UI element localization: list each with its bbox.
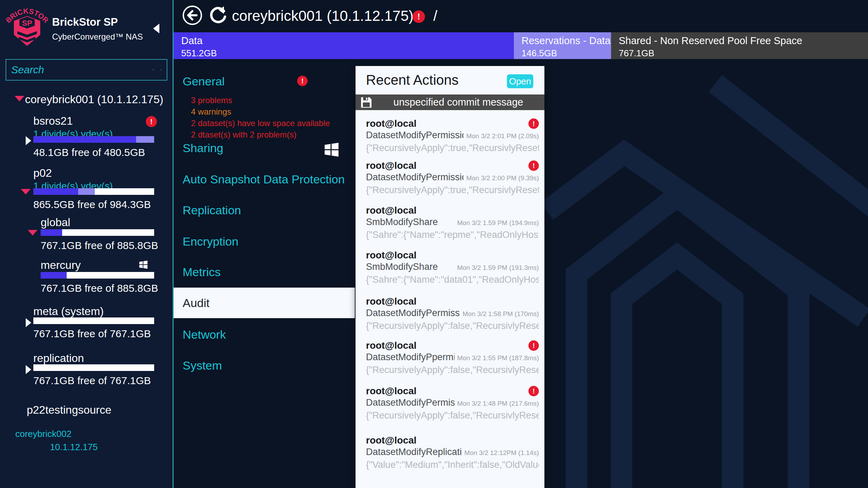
action-payload: {"RecursivelyApply":false,"RecursivlyRes… (366, 364, 539, 376)
nav-item-replication[interactable]: Replication (183, 204, 241, 217)
pool-usage-meter (33, 136, 154, 143)
action-row[interactable]: root@local DatasetModifyReplicationMon 3… (356, 435, 544, 471)
windows-icon (139, 260, 148, 269)
segment-value: 551.2GB (181, 48, 514, 59)
action-timestamp: Mon 3/2 1.59 PM (191.3ms) (457, 262, 539, 274)
pool-usage-meter (33, 188, 154, 195)
back-button[interactable] (181, 4, 203, 26)
search-icon[interactable] (152, 63, 155, 76)
action-error-badge: ! (528, 340, 539, 351)
segment-label: Reservations - Data (521, 35, 611, 47)
action-user: root@local (366, 340, 539, 351)
page-title: coreybrick001 (10.1.12.175) (232, 8, 414, 24)
expand-icon[interactable] (26, 136, 31, 145)
recent-actions-panel: Recent Actions Open unspecified commit m… (356, 66, 544, 488)
segment-value: 146.5GB (521, 48, 611, 59)
expand-icon[interactable] (26, 365, 31, 374)
problem-line: 2 dataset(s) have low space available (191, 117, 330, 129)
action-payload: {"Sahre":{"Name":"data01","ReadOnlyHost"… (366, 274, 539, 286)
action-payload: {"RecursivelyApply":false,"RecursivlyRes… (366, 410, 539, 421)
dataset-usage-meter (41, 272, 154, 279)
action-row[interactable]: root@local ! DatasetModifyPermissionsMon… (356, 160, 544, 196)
breadcrumb: / (433, 8, 437, 24)
action-payload: {"RecursivelyApply":true,"RecursivlyRese… (366, 184, 539, 196)
dataset-usage-meter (33, 317, 154, 324)
action-type: SmbModifyShare (366, 216, 454, 228)
tree-node-ip[interactable]: 10.1.12.175 (50, 442, 98, 453)
action-type: SmbModifyShare (366, 261, 454, 273)
action-timestamp: Mon 3/2 1:58 PM (170ms) (462, 308, 539, 320)
page-header: coreybrick001 (10.1.12.175) ! / (174, 0, 868, 32)
nav-item-network[interactable]: Network (183, 328, 226, 341)
dataset-usage-meter (33, 364, 154, 371)
action-type: DatasetModifyPermissions (366, 129, 464, 141)
action-timestamp: Mon 3/2 2:00 PM (9.39s) (466, 172, 539, 184)
brickstor-logo: BRICKSTOR SP (6, 4, 48, 49)
windows-icon (324, 142, 339, 157)
tree-node-server[interactable]: coreybrick001 (10.1.12.175) (25, 93, 163, 106)
app-title: BrickStor SP (52, 16, 118, 28)
action-row[interactable]: root@local SmbModifyShareMon 3/2 1.59 PM… (356, 205, 544, 241)
collapse-icon[interactable] (28, 230, 37, 235)
action-row[interactable]: root@local ! DatasetModifyPpermissionsMo… (356, 340, 544, 376)
search-input[interactable] (11, 64, 147, 76)
action-payload: {"Value":"Medium","Inherit":false,"OldVa… (366, 459, 539, 471)
dataset-usage-meter (41, 229, 154, 236)
action-row[interactable]: root@local ! DatasetModifyPermissionsMon… (356, 118, 544, 154)
action-row[interactable]: root@local ! DatasetModifyPermissionsMon… (356, 385, 544, 421)
action-payload: {"Sahre":{"Name":"repme","ReadOnlyHost":… (366, 229, 539, 241)
action-type: DatasetModifyPermissions (366, 171, 464, 183)
action-type: DatasetModifyPermissions (366, 397, 454, 408)
action-timestamp: Mon 3/2 1:48 PM (217.6ms) (457, 398, 539, 410)
expanded-icon[interactable] (15, 96, 24, 101)
add-icon[interactable] (160, 63, 162, 76)
general-problem-list: 3 problems 4 warnings 2 dataset(s) have … (191, 94, 330, 140)
nav-item-auto-snapshot[interactable]: Auto Snapshot Data Protection (183, 173, 345, 186)
nav-item-audit-active[interactable]: Audit (174, 288, 355, 318)
recent-actions-title: Recent Actions (366, 72, 459, 88)
segment-value: 767.1GB (619, 48, 868, 59)
collapse-icon[interactable] (21, 189, 31, 195)
problem-line: 3 problems (191, 94, 330, 106)
problem-line: 2 dtaset(s) with 2 problem(s) (191, 129, 330, 140)
warning-line: 4 warnings (191, 106, 330, 117)
action-user: root@local (366, 160, 539, 171)
nav-item-metrics[interactable]: Metrics (183, 265, 221, 279)
open-button[interactable]: Open (507, 74, 533, 88)
app-subtitle: CyberConverged™ NAS (52, 32, 143, 42)
refresh-button[interactable] (208, 5, 228, 25)
usage-segment-data[interactable]: Data 551.2GB (174, 32, 514, 59)
action-timestamp: Mon 3/2 12:12PM (1.14s) (465, 447, 539, 459)
pool-error-badge: ! (146, 116, 157, 127)
save-icon (360, 97, 372, 108)
action-row[interactable]: root@local DatasetModifyPermissionsMon 3… (356, 296, 544, 332)
action-user: root@local (366, 205, 539, 216)
nav-item-general[interactable]: General ! (183, 75, 225, 88)
usage-segment-reservations[interactable]: Reservations - Data 146.5GB (514, 32, 611, 59)
nav-item-encryption[interactable]: Encryption (183, 235, 239, 248)
search-box (6, 59, 167, 81)
expand-icon[interactable] (26, 318, 31, 327)
svg-text:SP: SP (22, 19, 32, 27)
action-type: DatasetModifyPpermissions (366, 351, 454, 363)
nav-item-system[interactable]: System (183, 359, 222, 372)
tree-node-coreybrick002[interactable]: coreybrick002 (15, 429, 72, 439)
commit-message-bar[interactable]: unspecified commit message (356, 94, 544, 110)
tree-node-p22testingsource[interactable]: p22testingsource (27, 404, 111, 416)
sidebar: BRICKSTOR SP BrickStor SP CyberConverged… (0, 0, 174, 488)
commit-message-text: unspecified commit message (372, 97, 544, 108)
action-error-badge: ! (528, 386, 539, 396)
recent-actions-header: Recent Actions Open (356, 66, 544, 94)
collapse-sidebar-icon[interactable] (153, 24, 159, 33)
nav-item-sharing[interactable]: Sharing (183, 141, 223, 155)
usage-segment-shared[interactable]: Shared - Non Reserved Pool Free Space 76… (611, 32, 868, 59)
brickstor-app: coreybrick001 (10.1.12.175) ! / Data 551… (0, 0, 868, 488)
action-user: root@local (366, 118, 539, 129)
action-payload: {"RecursivelyApply":false,"RecursivlyRes… (366, 320, 539, 332)
action-user: root@local (366, 435, 539, 446)
action-user: root@local (366, 385, 539, 397)
action-row[interactable]: root@local SmbModifyShareMon 3/2 1.59 PM… (356, 249, 544, 286)
general-error-badge: ! (297, 76, 308, 86)
action-user: root@local (366, 249, 539, 261)
segment-label: Shared - Non Reserved Pool Free Space (619, 35, 868, 47)
